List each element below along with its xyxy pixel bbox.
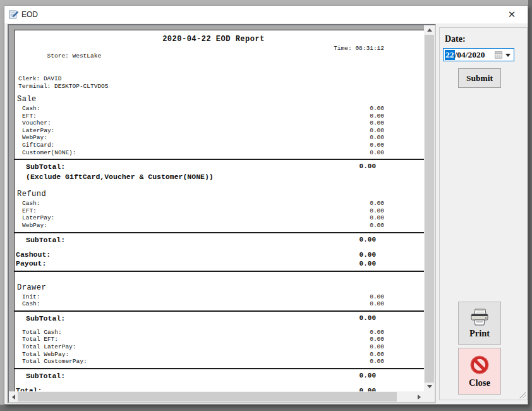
report-row-item: Total EFT:0.00	[15, 336, 436, 343]
close-button[interactable]: Close	[458, 348, 501, 395]
report-row-item: Total LaterPay:0.00	[15, 343, 436, 351]
report-row-item: LaterPay:0.00	[15, 127, 436, 135]
report-row-label: Drawer	[17, 283, 46, 292]
report-row-value: 0.00	[15, 329, 384, 336]
scroll-down-icon[interactable]	[427, 385, 432, 388]
report-meta-terminal: Terminal: DESKTOP-CLTVDO5	[15, 83, 436, 90]
report-page: 2020-04-22 EOD Report Store: WestLake Ti…	[14, 30, 436, 403]
report-row-value: 0.00	[15, 336, 384, 343]
app-icon	[8, 9, 18, 20]
report-row-item: Cash:0.00	[15, 300, 436, 308]
report-row-section: Drawer	[15, 284, 436, 292]
report-row-label: Refund	[17, 190, 46, 199]
date-label: Date:	[445, 34, 466, 44]
report-viewport: 2020-04-22 EOD Report Store: WestLake Ti…	[8, 24, 436, 403]
report-row-bold: Cashout:0.00	[15, 250, 436, 259]
report-row-value: 0.00	[15, 163, 376, 171]
report-row-value: 0.00	[15, 293, 384, 301]
report-row-value: 0.00	[15, 142, 384, 149]
title-bar[interactable]: EOD	[4, 6, 528, 23]
vertical-scrollbar[interactable]	[424, 25, 435, 391]
report-row-value: 0.00	[15, 314, 376, 322]
report-row-item: Voucher:0.00	[15, 120, 436, 127]
report-row-item: Total Cash:0.00	[15, 329, 436, 336]
report-row-gap	[15, 246, 436, 250]
report-row-rule	[15, 159, 436, 160]
store-line: Store: WestLake	[47, 52, 102, 59]
window-close-icon[interactable]: ✕	[505, 8, 519, 21]
report-row-section: Sale	[15, 95, 436, 104]
report-title: 2020-04-22 EOD Report	[15, 35, 413, 44]
date-day-selected[interactable]: 22	[445, 50, 455, 60]
submit-button[interactable]: Submit	[458, 68, 501, 88]
resize-grip-icon[interactable]	[519, 392, 526, 398]
report-row-item: EFT:0.00	[15, 207, 436, 215]
calendar-icon[interactable]	[495, 51, 502, 59]
report-rows: SaleCash:0.00EFT:0.00Voucher:0.00LaterPa…	[15, 95, 436, 403]
report-row-gap	[15, 382, 436, 386]
vertical-scrollbar-thumb[interactable]	[425, 35, 434, 383]
report-row-sub: SubTotal:0.00	[15, 236, 436, 244]
report-row-value: 0.00	[15, 300, 384, 308]
date-input[interactable]: 22/04/2020	[443, 48, 514, 61]
close-button-label: Close	[469, 377, 490, 388]
report-row-value: 0.00	[15, 207, 384, 215]
window-shadow-right	[528, 0, 532, 411]
report-time: Time: 08:31:12	[15, 45, 384, 52]
report-row-value: 0.00	[15, 120, 384, 127]
report-row-gap	[15, 181, 436, 185]
scroll-up-icon[interactable]	[427, 28, 432, 32]
report-row-bold: Payout:0.00	[15, 259, 436, 268]
report-row-item: Cash:0.00	[15, 200, 436, 207]
report-row-section: Refund	[15, 190, 436, 199]
report-row-sub: SubTotal:0.00	[15, 372, 436, 380]
report-meta-store: Store: WestLake Time: 08:31:12	[15, 45, 436, 75]
scroll-left-icon[interactable]	[12, 395, 15, 400]
report-row-label: (Exclude GiftCard,Voucher & Customer(NON…	[26, 173, 214, 181]
report-row-item: Total WebPay:0.00	[15, 351, 436, 359]
scroll-right-icon[interactable]	[418, 395, 421, 400]
scrollbar-corner	[424, 391, 435, 402]
report-row-rule	[15, 368, 436, 369]
report-row-value: 0.00	[15, 236, 376, 244]
report-row-sub: SubTotal:0.00	[15, 163, 436, 171]
report-meta-clerk: Clerk: DAVID	[15, 75, 436, 83]
report-row-item: EFT:0.00	[15, 113, 436, 120]
date-rest[interactable]: /04/2020	[455, 50, 485, 60]
window-shadow-bottom	[0, 405, 532, 411]
report-row-item: Total CustomerPay:0.00	[15, 358, 436, 365]
report-row-label: Sale	[17, 95, 37, 104]
date-dropdown-icon[interactable]	[505, 54, 511, 57]
report-row-item: Customer(NONE):0.00	[15, 149, 436, 157]
report-row-value: 0.00	[15, 222, 384, 230]
report-row-value: 0.00	[15, 214, 384, 222]
report-row-rule	[15, 310, 436, 312]
printer-icon	[469, 308, 490, 327]
window-title: EOD	[21, 10, 38, 19]
report-row-item: LaterPay:0.00	[15, 214, 436, 222]
report-row-note: (Exclude GiftCard,Voucher & Customer(NON…	[15, 173, 436, 181]
horizontal-scrollbar-thumb[interactable]	[18, 392, 397, 402]
print-button-label: Print	[469, 328, 490, 339]
report-row-value: 0.00	[15, 250, 376, 259]
report-row-value: 0.00	[15, 105, 384, 113]
report-row-value: 0.00	[15, 259, 376, 268]
report-row-value: 0.00	[15, 113, 384, 120]
report-row-rule	[15, 232, 436, 233]
report-row-value: 0.00	[15, 127, 384, 135]
report-row-value: 0.00	[15, 372, 376, 380]
report-row-item: WebPay:0.00	[15, 222, 436, 230]
report-row-item: Cash:0.00	[15, 105, 436, 113]
report-row-item: WebPay:0.00	[15, 134, 436, 142]
report-row-value: 0.00	[15, 351, 384, 359]
report-row-value: 0.00	[15, 343, 384, 351]
horizontal-scrollbar[interactable]	[9, 391, 424, 402]
report-row-item: GiftCard:0.00	[15, 142, 436, 149]
eod-window: EOD ✕ 2020-04-22 EOD Report Store: WestL…	[4, 5, 528, 405]
report-row-value: 0.00	[15, 134, 384, 142]
report-row-rule	[15, 271, 436, 272]
report-row-gap	[15, 274, 436, 279]
print-button[interactable]: Print	[458, 302, 501, 345]
report-row-sub: SubTotal:0.00	[15, 314, 436, 322]
report-row-value: 0.00	[15, 149, 384, 157]
